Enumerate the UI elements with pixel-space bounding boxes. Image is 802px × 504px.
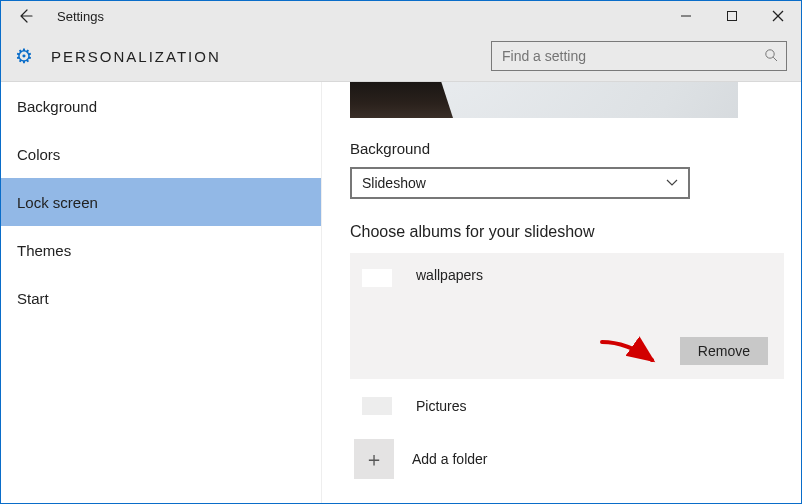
chevron-down-icon xyxy=(666,176,678,190)
sidebar-item-colors[interactable]: Colors xyxy=(1,130,321,178)
sidebar-item-label: Start xyxy=(17,290,49,307)
sidebar-item-label: Themes xyxy=(17,242,71,259)
album-card-selected[interactable]: wallpapers Remove xyxy=(350,253,784,379)
add-folder-row[interactable]: ＋ Add a folder xyxy=(350,439,785,479)
remove-button-label: Remove xyxy=(698,343,750,359)
sidebar-item-label: Background xyxy=(17,98,97,115)
svg-point-4 xyxy=(766,49,774,57)
close-button[interactable] xyxy=(755,1,801,31)
search-icon xyxy=(764,48,778,65)
search-box[interactable] xyxy=(491,41,787,71)
lock-screen-preview xyxy=(350,82,738,118)
settings-window: Settings ⚙ PERSONALIZATION xyxy=(0,0,802,504)
window-title: Settings xyxy=(57,9,104,24)
search-input[interactable] xyxy=(500,47,764,65)
sidebar: Background Colors Lock screen Themes Sta… xyxy=(1,82,322,503)
choose-albums-label: Choose albums for your slideshow xyxy=(350,223,785,241)
album-thumbnail xyxy=(362,269,392,287)
plus-icon: ＋ xyxy=(354,439,394,479)
album-thumbnail xyxy=(362,397,392,415)
gear-icon: ⚙ xyxy=(15,44,33,68)
sidebar-item-background[interactable]: Background xyxy=(1,82,321,130)
maximize-button[interactable] xyxy=(709,1,755,31)
dropdown-value: Slideshow xyxy=(362,175,666,191)
body: Background Colors Lock screen Themes Sta… xyxy=(1,82,801,503)
titlebar: Settings xyxy=(1,1,801,31)
album-name: Pictures xyxy=(416,398,467,414)
svg-rect-1 xyxy=(728,12,737,21)
background-label: Background xyxy=(350,140,785,157)
back-button[interactable] xyxy=(9,1,41,31)
background-dropdown[interactable]: Slideshow xyxy=(350,167,690,199)
content-area: Background Slideshow Choose albums for y… xyxy=(322,82,801,503)
sidebar-item-label: Colors xyxy=(17,146,60,163)
header: ⚙ PERSONALIZATION xyxy=(1,31,801,82)
sidebar-item-label: Lock screen xyxy=(17,194,98,211)
svg-line-5 xyxy=(773,57,777,61)
add-folder-label: Add a folder xyxy=(412,451,488,467)
album-name: wallpapers xyxy=(416,267,483,283)
album-row-pictures[interactable]: Pictures xyxy=(350,397,785,415)
minimize-button[interactable] xyxy=(663,1,709,31)
sidebar-item-themes[interactable]: Themes xyxy=(1,226,321,274)
sidebar-item-lock-screen[interactable]: Lock screen xyxy=(1,178,321,226)
sidebar-item-start[interactable]: Start xyxy=(1,274,321,322)
page-title: PERSONALIZATION xyxy=(51,48,221,65)
remove-button[interactable]: Remove xyxy=(680,337,768,365)
